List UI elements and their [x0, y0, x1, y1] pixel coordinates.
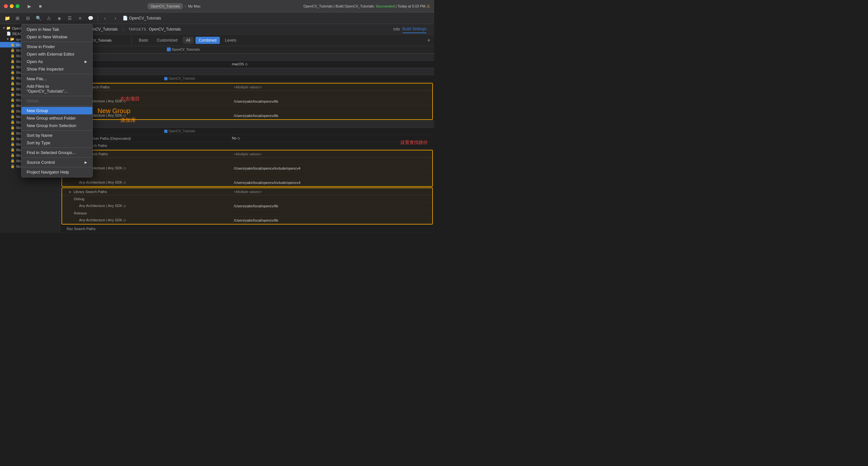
dylib-icon: 🔒: [10, 81, 15, 86]
folder-icon: 📂: [10, 37, 14, 41]
row-rez-search[interactable]: Rez Search Paths: [60, 225, 434, 232]
row-framework-search[interactable]: Framework Search Paths: [60, 142, 434, 149]
value-library-debug[interactable]: /Users/yakir/local/opencv/lib: [231, 203, 432, 209]
row-library-debug-arch[interactable]: Any Architecture | Any SDK ◇ /Users/yaki…: [62, 202, 432, 210]
row-header-release[interactable]: Release: [62, 172, 432, 179]
hierarchy-button[interactable]: ⊟: [23, 14, 33, 23]
breadcrumb-project: OpenCV_Tutorials: [129, 16, 161, 21]
stop-button[interactable]: ■: [36, 2, 45, 11]
table-column-headers: Setting OpenCV_Tutorials: [60, 46, 434, 54]
section-linking[interactable]: ▼ Linking: [60, 68, 434, 75]
value-header-release[interactable]: /Users/yakir/local/opencv/include/opencv…: [231, 180, 432, 186]
value-runpath-release[interactable]: /Users/yakir/local/opencv/lib: [231, 113, 432, 119]
value-always-search[interactable]: No ◇: [229, 135, 434, 141]
menu-open-new-tab[interactable]: Open in New Tab: [22, 26, 92, 33]
settings-header: PROJECT OpenCV_Tutorials TARGETS OpenCV_…: [60, 24, 434, 34]
collapse-triangle: ▼: [3, 27, 5, 30]
tab-info[interactable]: Info: [394, 26, 400, 33]
nav-forward-button[interactable]: ›: [111, 14, 120, 23]
menu-show-in-finder[interactable]: Show in Finder: [22, 43, 92, 51]
row-header-search-header[interactable]: ▼ Header Search Paths <Multiple values>: [62, 151, 432, 158]
dylib-icon: 🔒: [10, 159, 15, 163]
minimize-button[interactable]: [10, 4, 14, 8]
menu-find-in-groups[interactable]: Find in Selected Groups...: [22, 149, 92, 156]
menu-open-new-window[interactable]: Open in New Window: [22, 33, 92, 41]
row-always-search[interactable]: Always Search User Paths (Deprecated) No…: [60, 135, 434, 142]
value-library-multiple: <Multiple values>: [231, 189, 432, 195]
row-header-release-arch[interactable]: Any Architecture | Any SDK ◇ /Users/yaki…: [62, 179, 432, 186]
menu-add-files[interactable]: Add Files to "OpenCV_Tutorials"...: [22, 82, 92, 95]
test-button[interactable]: ☰: [65, 14, 74, 23]
close-button[interactable]: [4, 4, 8, 8]
sidebar-toggle-button[interactable]: 📁: [3, 14, 12, 23]
warning-button[interactable]: ⚠: [44, 14, 53, 23]
menu-show-file-inspector[interactable]: Show File Inspector: [22, 65, 92, 73]
menu-sort-by-name[interactable]: Sort by Name: [22, 132, 92, 139]
value-header-debug[interactable]: /Users/yakir/local/opencv/include/opencv…: [231, 165, 432, 171]
scheme-selector[interactable]: OpenCV_Tutorials › My Mac: [48, 3, 301, 9]
value-header-release: [231, 174, 432, 176]
menu-new-file[interactable]: New File...: [22, 75, 92, 82]
play-button[interactable]: ▶: [25, 2, 34, 11]
menu-open-external-editor[interactable]: Open with External Editor: [22, 51, 92, 58]
row-linking-header: Setting OpenCV_Tutorials: [60, 75, 434, 82]
dylib-icon: 🔒: [10, 70, 15, 74]
runpath-section: ▼ Runpath Search Paths <Multiple values>…: [61, 83, 433, 120]
row-runpath-header[interactable]: ▼ Runpath Search Paths <Multiple values>: [62, 84, 432, 91]
warning-icon: ⚠: [426, 4, 430, 8]
value-base-sdk[interactable]: macOS ◇: [229, 61, 434, 67]
separator-4: [22, 106, 92, 106]
row-header-debug-arch[interactable]: Any Architecture | Any SDK ◇ /Users/yaki…: [62, 165, 432, 172]
section-architectures[interactable]: ▼ Architectures: [60, 54, 434, 61]
value-library-release[interactable]: /Users/yakir/local/opencv/lib: [231, 218, 432, 223]
comment-button[interactable]: 💬: [86, 14, 95, 23]
fullscreen-button[interactable]: [16, 4, 20, 8]
row-runpath-release[interactable]: Release: [62, 105, 432, 112]
value-runpath-debug[interactable]: /Users/yakir/local/opencv/lib: [231, 98, 432, 104]
targets-label: OpenCV_Tutorials: [149, 27, 181, 32]
build-settings-panel: PROJECT OpenCV_Tutorials TARGETS OpenCV_…: [60, 24, 434, 233]
row-header-search-debug[interactable]: Debug: [62, 158, 432, 165]
row-runpath-debug-arch[interactable]: Any Architecture | Any SDK ◇ /Users/yaki…: [62, 98, 432, 105]
menu-sort-by-type[interactable]: Sort by Type: [22, 139, 92, 146]
row-library-debug[interactable]: Debug: [62, 195, 432, 202]
dylib-icon: 🔒: [10, 120, 15, 124]
library-search-section: ▼ Library Search Paths <Multiple values>…: [61, 188, 433, 225]
filter-tab-basic[interactable]: Basic: [135, 37, 152, 44]
row-library-search-header[interactable]: ▼ Library Search Paths <Multiple values>: [62, 188, 432, 195]
add-setting-button[interactable]: +: [427, 37, 430, 43]
section-search-paths[interactable]: ▼ Search Paths: [60, 121, 434, 128]
menu-open-as[interactable]: Open As ▶: [22, 58, 92, 65]
debug-button[interactable]: ≡: [75, 14, 85, 23]
nav-back-button[interactable]: ‹: [100, 14, 110, 23]
row-base-sdk[interactable]: Base SDK macOS ◇: [60, 61, 434, 68]
menu-new-group-without-folder[interactable]: New Group without Folder: [22, 114, 92, 122]
menu-source-control[interactable]: Source Control ▶: [22, 159, 92, 166]
row-library-release[interactable]: Release: [62, 210, 432, 217]
row-runpath-release-arch[interactable]: Any Architecture | Any SDK ◇ /Users/yaki…: [62, 112, 432, 119]
filter-tab-customized[interactable]: Customized: [154, 37, 181, 44]
separator-7: [22, 157, 92, 158]
value-runpath-release: [231, 107, 432, 109]
menu-new-group[interactable]: New Group: [22, 107, 92, 114]
filter-tab-all[interactable]: All: [183, 37, 193, 44]
scheme-label[interactable]: OpenCV_Tutorials: [148, 3, 183, 9]
group-triangle: ▼: [6, 38, 9, 41]
row-library-release-arch[interactable]: Any Architecture | Any SDK ◇ /Users/yaki…: [62, 217, 432, 224]
value-header-multiple: <Multiple values>: [231, 151, 432, 157]
dylib-icon: 🔒: [10, 103, 15, 107]
dylib-icon: 🔒: [10, 65, 15, 69]
row-runpath-debug[interactable]: Debug: [62, 91, 432, 98]
filter-tab-combined[interactable]: Combined: [195, 37, 220, 44]
key-header-release-arch: Any Architecture | Any SDK ◇: [62, 179, 166, 186]
filter-tab-levels[interactable]: Levels: [222, 37, 240, 44]
breakpoint-button[interactable]: ◈: [55, 14, 64, 23]
menu-new-group-from-selection[interactable]: New Group from Selection: [22, 122, 92, 129]
row-exclude-dirs[interactable]: Sub-Directories to Exclude in Recursive …: [60, 232, 434, 233]
tab-build-settings[interactable]: Build Settings: [403, 25, 426, 33]
dylib-icon: 🔒: [10, 59, 15, 63]
menu-project-navigator-help[interactable]: Project Navigator Help: [22, 168, 92, 176]
key-library-search: ▼ Library Search Paths: [62, 189, 166, 195]
vcs-button[interactable]: ⊞: [13, 14, 22, 23]
search-button[interactable]: 🔍: [34, 14, 43, 23]
